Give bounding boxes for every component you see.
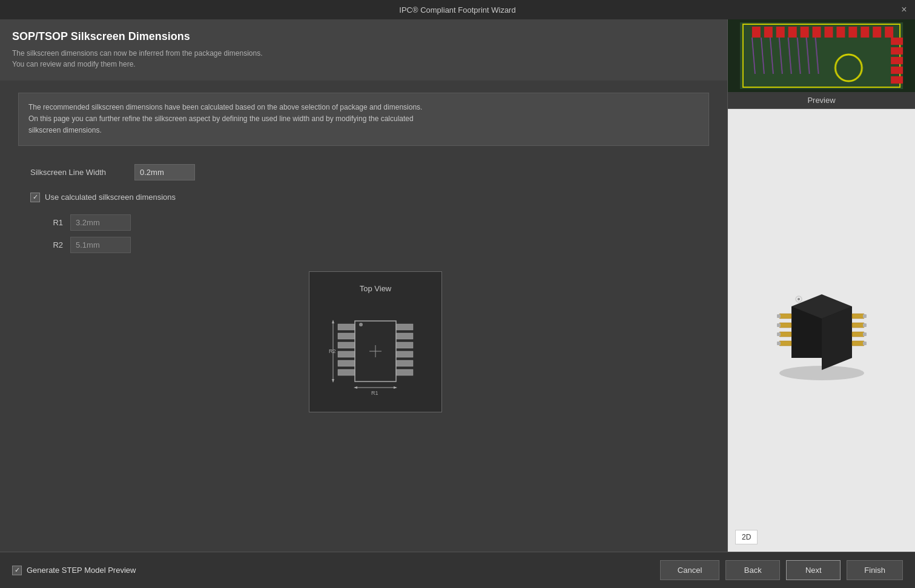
left-panel: SOP/TSOP Silkscreen Dimensions The silks… [0,19,727,552]
page-subtitle: The silkscreen dimensions can now be inf… [12,48,715,70]
svg-marker-18 [332,379,334,383]
svg-rect-41 [863,323,867,327]
svg-rect-35 [852,341,864,346]
right-panel: Preview [727,19,915,552]
svg-rect-32 [852,314,864,319]
info-line3: silkscreen dimensions. [28,126,102,134]
svg-marker-22 [394,386,397,389]
info-box: The recommended silkscreen dimensions ha… [18,93,709,146]
svg-rect-2 [338,342,355,348]
preview-3d: 2D [728,109,915,552]
svg-rect-36 [777,314,781,318]
svg-rect-37 [777,323,781,327]
svg-rect-0 [338,324,355,330]
svg-marker-21 [354,386,357,389]
svg-rect-4 [338,360,355,366]
subtitle-line2: You can review and modify them here. [12,60,136,68]
silkscreen-line-width-label: Silkscreen Line Width [30,168,127,177]
info-line2: On this page you can further refine the … [28,114,414,123]
svg-text:R1: R1 [371,390,378,396]
svg-rect-38 [777,332,781,336]
info-line1: The recommended silkscreen dimensions ha… [28,103,422,111]
close-button[interactable]: × [898,4,910,16]
diagram-section: Top View [309,271,709,412]
svg-rect-11 [396,369,413,375]
svg-rect-43 [863,342,867,345]
svg-rect-39 [777,342,781,345]
bottom-left: Generate STEP Model Preview [12,566,136,575]
2d-button[interactable]: 2D [735,530,758,544]
svg-rect-28 [779,314,791,319]
svg-rect-29 [779,323,791,328]
svg-rect-34 [852,332,864,337]
svg-text:R2: R2 [329,348,336,354]
chip-3d-svg [755,270,888,391]
svg-marker-17 [332,320,334,323]
r1-label: R1 [45,218,63,227]
back-button[interactable]: Back [725,560,780,580]
pcb-canvas [728,19,915,92]
use-calculated-checkbox-container[interactable]: Use calculated silkscreen dimensions [30,193,176,202]
form-section: Silkscreen Line Width Use calculated sil… [30,164,709,253]
bottom-right: Cancel Back Next Finish [660,560,903,580]
preview-label: Preview [728,92,915,109]
finish-button[interactable]: Finish [847,560,903,580]
title-bar: IPC® Compliant Footprint Wizard × [0,0,915,19]
r1-input[interactable] [70,214,131,231]
top-view-title: Top View [360,284,392,293]
svg-rect-8 [396,342,413,348]
preview-thumbnail [728,19,915,92]
r2-input[interactable] [70,237,131,253]
svg-rect-9 [396,351,413,357]
main-content: SOP/TSOP Silkscreen Dimensions The silks… [0,19,915,552]
dimension-fields: R1 R2 [45,214,709,253]
top-view-svg: R2 R1 [327,303,424,400]
use-calculated-checkbox[interactable] [30,193,40,202]
cancel-button[interactable]: Cancel [660,560,719,580]
svg-rect-33 [852,323,864,328]
svg-rect-30 [779,332,791,337]
r2-label: R2 [45,240,63,249]
subtitle-line1: The silkscreen dimensions can now be inf… [12,49,263,58]
svg-rect-3 [338,351,355,357]
use-calculated-label: Use calculated silkscreen dimensions [45,193,176,202]
svg-rect-6 [396,324,413,330]
svg-rect-42 [863,332,867,336]
bottom-bar: Generate STEP Model Preview Cancel Back … [0,552,915,588]
next-button[interactable]: Next [786,560,841,580]
right-pads [396,324,413,375]
window-title: IPC® Compliant Footprint Wizard [399,5,515,15]
svg-point-15 [359,323,363,326]
generate-step-checkbox[interactable] [12,566,22,575]
left-pads [338,324,355,375]
silkscreen-line-width-row: Silkscreen Line Width [30,164,709,180]
svg-rect-40 [863,314,867,318]
svg-point-45 [798,298,800,300]
svg-rect-31 [779,341,791,346]
page-header: SOP/TSOP Silkscreen Dimensions The silks… [0,19,727,81]
generate-step-label: Generate STEP Model Preview [27,566,136,575]
silkscreen-line-width-input[interactable] [134,164,195,180]
svg-rect-7 [396,333,413,339]
svg-rect-5 [338,369,355,375]
svg-rect-10 [396,360,413,366]
top-view-container: Top View [309,271,442,412]
svg-rect-1 [338,333,355,339]
r1-row: R1 [45,214,709,231]
page-title: SOP/TSOP Silkscreen Dimensions [12,30,715,43]
use-calculated-row: Use calculated silkscreen dimensions [30,193,709,202]
r2-row: R2 [45,237,709,253]
